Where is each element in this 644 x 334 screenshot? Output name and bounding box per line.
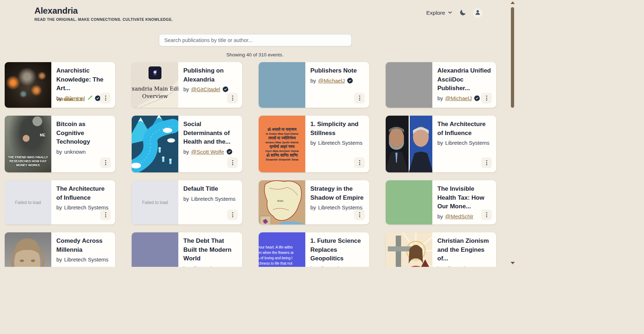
card-menu-button[interactable] <box>100 93 111 103</box>
card-cover-image <box>132 232 178 267</box>
author-link[interactable]: @GitCitadel <box>191 86 220 92</box>
scrollbar-thumb[interactable] <box>511 7 514 108</box>
publication-card[interactable]: The Debt That Built the Modern WorldbyLi… <box>132 232 242 267</box>
card-cover-image: METHE FRIEND WHO FINALLY RESEARCHED HOW … <box>5 116 51 172</box>
by-label: by <box>437 95 443 101</box>
by-label: by <box>183 86 189 92</box>
card-body: Publishing on Alexandriaby@GitCitadel <box>178 62 242 108</box>
card-cover-image: your heart. A life withoen when the flow… <box>259 232 305 267</box>
mantra-line: मृत्योर्मा अमृतं गमय <box>259 144 305 149</box>
publication-card[interactable]: Comedy Across MillenniabyLibretech Syste… <box>5 232 115 267</box>
card-author: by@Scott Wolfe <box>183 149 237 155</box>
by-label: by <box>310 204 316 210</box>
mantra-line: Shaantih Shaantih Shaa <box>259 158 305 161</box>
card-cover-image <box>5 232 51 267</box>
card-menu-button[interactable] <box>354 93 365 103</box>
card-row: Anarchistic Knowledge: The Art...by@limi… <box>5 62 498 108</box>
author-name: Libretech Systems <box>318 140 362 146</box>
card-author: byLibretech Systems <box>183 196 237 202</box>
verified-badge-icon <box>347 78 353 84</box>
search-input[interactable] <box>159 34 352 46</box>
card-menu-button[interactable] <box>354 157 365 168</box>
publication-card[interactable]: The Invisible Health Tax: How Our Mone..… <box>386 180 496 224</box>
by-label: by <box>56 256 62 263</box>
author-link[interactable]: @MichaelJ <box>445 95 472 101</box>
version-label: version: 1.1 <box>56 97 82 102</box>
card-author: byLibretech Systems <box>183 265 237 267</box>
card-body: Alexandria Unified AsciiDoc Publisher...… <box>432 62 496 108</box>
scrollbar <box>510 0 516 268</box>
mantra-line: amaso Maa Jyotir-Gama <box>259 141 305 144</box>
card-body: Publishers Noteby@MichaelJ <box>305 62 369 108</box>
card-row: Comedy Across MillenniabyLibretech Syste… <box>5 232 498 267</box>
card-title: 1. Simplicity and Stillness <box>310 120 364 138</box>
card-title: The Debt That Built the Modern World <box>183 237 237 263</box>
card-cover-image: xandria Main EdiOverview <box>132 62 178 108</box>
publication-card[interactable]: Publishers Noteby@MichaelJ <box>259 62 369 108</box>
author-name: Libretech Systems <box>445 265 489 267</box>
card-title: Social Determinants of Health and the... <box>183 120 237 147</box>
card-body: Social Determinants of Health and the...… <box>178 116 242 172</box>
author-link[interactable]: @MichaelJ <box>318 78 345 84</box>
card-cover-image <box>386 116 432 172</box>
card-menu-button[interactable] <box>227 93 238 103</box>
cover-text-line: ichness to life that not <box>259 261 305 266</box>
explore-menu-button[interactable]: Explore <box>426 8 453 18</box>
publication-card[interactable]: METHE FRIEND WHO FINALLY RESEARCHED HOW … <box>5 116 115 172</box>
app-brand: Alexandria READ THE ORIGINAL. MAKE CONNE… <box>34 6 173 22</box>
card-menu-button[interactable] <box>227 209 238 220</box>
card-body: The Invisible Health Tax: How Our Mone..… <box>432 180 496 224</box>
cover-text: xandria Main EdiOverview <box>132 85 178 100</box>
cover-text-line: your heart. A life witho <box>259 245 305 250</box>
card-body: Comedy Across MillenniabyLibretech Syste… <box>51 232 115 267</box>
moon-icon <box>459 9 467 17</box>
publication-card[interactable]: Christian Zionism and the Engines of...b… <box>386 232 496 267</box>
scroll-down-arrow[interactable] <box>511 262 515 264</box>
card-author: byLibretech Systems <box>437 140 491 146</box>
card-cover-image <box>5 62 51 108</box>
author-name: Libretech Systems <box>64 256 108 263</box>
publication-card[interactable]: Failed to loadDefault TitlebyLibretech S… <box>132 180 242 224</box>
by-label: by <box>437 213 443 219</box>
card-title: Anarchistic Knowledge: The Art... <box>56 66 110 93</box>
publication-card[interactable]: Social Determinants of Health and the...… <box>132 116 242 172</box>
card-author: byLibretech Systems <box>437 265 491 267</box>
by-label: by <box>437 265 443 267</box>
card-menu-button[interactable] <box>354 209 365 220</box>
publication-card[interactable]: Alexandria Unified AsciiDoc Publisher...… <box>386 62 496 108</box>
card-author: by@GitCitadel <box>183 86 237 92</box>
publication-card[interactable]: xandria Main EdiOverviewPublishing on Al… <box>132 62 242 108</box>
card-title: Alexandria Unified AsciiDoc Publisher... <box>437 66 491 93</box>
author-name: Libretech Systems <box>318 265 362 267</box>
card-cover-image: ॐ असतो मा सद्गमयm Asato Maa Sad-Gamaतमसो… <box>259 116 305 172</box>
publication-card[interactable]: ॐ असतो मा सद्गमयm Asato Maa Sad-Gamaतमसो… <box>259 116 369 172</box>
publisher-logo <box>149 66 161 79</box>
verified-badge-icon <box>474 95 480 101</box>
card-menu-button[interactable] <box>227 157 238 168</box>
card-title: Default Title <box>183 185 237 194</box>
card-menu-button[interactable] <box>481 157 492 168</box>
author-name: Libretech Systems <box>191 265 235 267</box>
card-body: Strategy in the Shadow of EmpirebyLibret… <box>305 180 369 224</box>
card-menu-button[interactable] <box>100 209 111 220</box>
cover-text-line: en when the flowers ar <box>259 250 305 255</box>
scroll-up-arrow[interactable] <box>511 1 515 4</box>
publication-card[interactable]: Failed to loadThe Architecture of Influe… <box>5 180 115 224</box>
publication-card[interactable]: IRANStrategy in the Shadow of EmpirebyLi… <box>259 180 369 224</box>
publication-card[interactable]: your heart. A life withoen when the flow… <box>259 232 369 267</box>
author-link[interactable]: @Scott Wolfe <box>191 149 224 155</box>
publication-card[interactable]: Anarchistic Knowledge: The Art...by@limi… <box>5 62 115 108</box>
card-menu-button[interactable] <box>481 93 492 103</box>
profile-avatar-button[interactable] <box>473 8 483 18</box>
mantra-line: m Asato Maa Sad-Gama <box>259 132 305 135</box>
meme-caption: THE FRIEND WHO FINALLY RESEARCHED HOW FI… <box>6 156 50 167</box>
mantra-line: ॐ असतो मा सद्गमय <box>259 127 305 132</box>
card-menu-button[interactable] <box>100 157 111 168</box>
card-title: Strategy in the Shadow of Empire <box>310 185 364 202</box>
author-link[interactable]: @MedSchlr <box>445 213 474 219</box>
theme-toggle-button[interactable] <box>459 8 467 18</box>
card-title: The Invisible Health Tax: How Our Mone..… <box>437 185 491 211</box>
mantra-line: rtyor-Maa Amrtam Gama <box>259 149 305 153</box>
card-menu-button[interactable] <box>481 209 492 220</box>
publication-card[interactable]: The Architecture of InfluencebyLibretech… <box>386 116 496 172</box>
